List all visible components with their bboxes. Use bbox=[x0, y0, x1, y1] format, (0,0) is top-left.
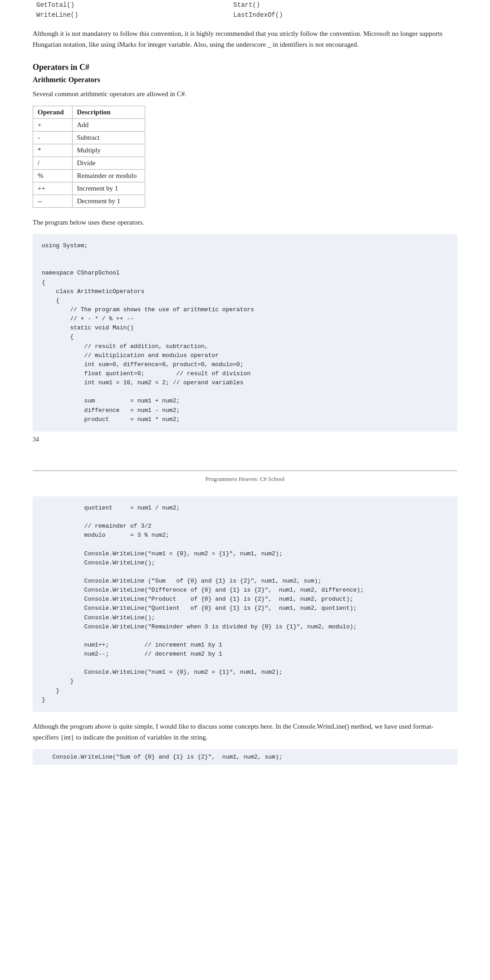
table-cell-operand: % bbox=[33, 170, 73, 182]
method-cell: GetTotal() bbox=[33, 0, 230, 10]
table-row: - Subtract bbox=[33, 132, 145, 144]
table-row: -- Decrement by 1 bbox=[33, 195, 145, 208]
method-table: GetTotal() Start() WriteLine() LastIndex… bbox=[33, 0, 457, 20]
table-cell-description: Increment by 1 bbox=[72, 182, 145, 195]
table-cell-description: Divide bbox=[72, 157, 145, 170]
program-intro-text: The program below uses these operators. bbox=[33, 217, 457, 228]
code-block-1-container: using System; namespace CSharpSchool { c… bbox=[33, 234, 457, 431]
table-row: + Add bbox=[33, 119, 145, 132]
table-cell-operand: / bbox=[33, 157, 73, 170]
code-block-1: using System; namespace CSharpSchool { c… bbox=[33, 234, 457, 431]
page-number: 34 bbox=[33, 436, 457, 443]
method-cell: Start() bbox=[230, 0, 457, 10]
code-block-2: quotient = num1 / num2; // remainder of … bbox=[33, 496, 457, 712]
bottom-paragraph: Although the program above is quite simp… bbox=[33, 721, 457, 743]
table-row: * Multiply bbox=[33, 144, 145, 157]
operators-section-title: Operators in C# bbox=[33, 63, 457, 72]
table-cell-operand: * bbox=[33, 144, 73, 157]
table-header-operand: Operand bbox=[33, 106, 73, 119]
page-content: GetTotal() Start() WriteLine() LastIndex… bbox=[0, 0, 490, 765]
page-footer: Programmers Heaven: C# School bbox=[33, 470, 457, 487]
table-header-description: Description bbox=[72, 106, 145, 119]
table-cell-description: Multiply bbox=[72, 144, 145, 157]
method-cell: LastIndexOf() bbox=[230, 10, 457, 20]
table-cell-operand: ++ bbox=[33, 182, 73, 195]
operators-table: Operand Description + Add - Subtract * M… bbox=[33, 106, 145, 208]
table-cell-description: Decrement by 1 bbox=[72, 195, 145, 208]
operators-description: Several common arithmetic operators are … bbox=[33, 88, 457, 99]
table-row: ++ Increment by 1 bbox=[33, 182, 145, 195]
table-row: / Divide bbox=[33, 157, 145, 170]
intro-paragraph: Although it is not mandatory to follow t… bbox=[33, 28, 457, 50]
method-cell: WriteLine() bbox=[33, 10, 230, 20]
table-cell-operand: -- bbox=[33, 195, 73, 208]
footer-text: Programmers Heaven: C# School bbox=[206, 475, 284, 482]
arithmetic-operators-title: Arithmetic Operators bbox=[33, 76, 457, 84]
table-row: % Remainder or modulo bbox=[33, 170, 145, 182]
bottom-code-snippet: Console.WriteLine("Sum of {0} and {1} is… bbox=[33, 749, 457, 765]
table-cell-description: Add bbox=[72, 119, 145, 132]
table-cell-operand: + bbox=[33, 119, 73, 132]
table-cell-operand: - bbox=[33, 132, 73, 144]
table-cell-description: Remainder or modulo bbox=[72, 170, 145, 182]
code-block-2-container: quotient = num1 / num2; // remainder of … bbox=[33, 496, 457, 712]
table-cell-description: Subtract bbox=[72, 132, 145, 144]
